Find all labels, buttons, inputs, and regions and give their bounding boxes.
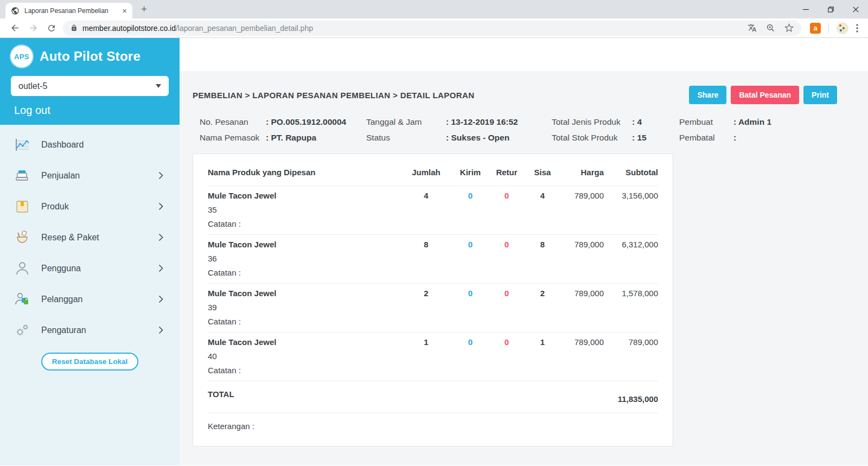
- logout-link[interactable]: Log out: [14, 104, 50, 117]
- outlet-select[interactable]: outlet-5: [11, 76, 169, 96]
- cell-jumlah: 4: [400, 189, 452, 231]
- order-number-value: : PO.005.1912.00004: [266, 117, 366, 127]
- keterangan-row: Keterangan :: [208, 413, 658, 446]
- breadcrumb: PEMBELIAN > LAPORAN PESANAN PEMBELIAN > …: [193, 91, 474, 100]
- cell-harga: 789,000: [560, 238, 604, 280]
- reload-icon[interactable]: [42, 20, 61, 36]
- tab-title: Laporan Pesanan Pembelian: [24, 7, 117, 15]
- extension-a-icon[interactable]: a: [810, 23, 821, 34]
- col-header-retur: Retur: [489, 168, 525, 177]
- total-types-value: : 4: [632, 117, 679, 127]
- table-row: Mule Tacon Jewel 40 Catatan : 1 0 0 1 78…: [208, 332, 658, 381]
- product-variant: 36: [208, 252, 400, 266]
- cell-retur: 0: [489, 189, 525, 231]
- table-header-row: Nama Produk yang Dipesan Jumlah Kirim Re…: [208, 154, 658, 186]
- date-label: Tanggal & Jam: [366, 117, 446, 127]
- page-zoom-icon[interactable]: [766, 23, 775, 33]
- total-types-label: Total Jenis Produk: [552, 117, 632, 127]
- cell-subtotal: 1,578,000: [604, 286, 658, 329]
- cell-sisa: 8: [525, 238, 560, 280]
- sidebar-item-pelanggan[interactable]: Pelanggan: [0, 284, 180, 315]
- canceller-value: :: [733, 133, 855, 143]
- product-icon: [14, 199, 30, 214]
- globe-favicon-icon: [11, 7, 20, 15]
- close-window-icon[interactable]: [843, 0, 868, 18]
- translate-icon[interactable]: [748, 23, 757, 33]
- browser-titlebar: Laporan Pesanan Pembelian × +: [0, 0, 868, 18]
- total-stock-label: Total Stok Produk: [552, 133, 632, 143]
- cell-jumlah: 8: [400, 238, 452, 280]
- product-note-label: Catatan :: [208, 363, 400, 378]
- customers-icon: [14, 292, 30, 307]
- cell-subtotal: 3,156,000: [604, 189, 658, 231]
- table-row: Mule Tacon Jewel 36 Catatan : 8 0 0 8 78…: [208, 234, 658, 283]
- chevron-right-icon: [158, 326, 163, 334]
- minimize-icon[interactable]: [793, 0, 818, 18]
- cell-jumlah: 2: [400, 286, 452, 329]
- sidebar-item-pengguna[interactable]: Pengguna: [0, 253, 180, 284]
- caret-down-icon: [156, 84, 161, 88]
- sidebar-item-penjualan[interactable]: Penjualan: [0, 160, 180, 191]
- cell-retur: 0: [489, 238, 525, 280]
- status-label: Status: [366, 133, 446, 143]
- table-row: Mule Tacon Jewel 39 Catatan : 2 0 0 2 78…: [208, 283, 658, 332]
- table-body: Mule Tacon Jewel 35 Catatan : 4 0 0 4 78…: [208, 186, 658, 381]
- sidebar-item-dashboard[interactable]: Dashboard: [0, 129, 180, 160]
- col-header-kirim: Kirim: [452, 168, 489, 177]
- product-variant: 35: [208, 203, 400, 217]
- cell-subtotal: 789,000: [604, 335, 658, 378]
- share-button[interactable]: Share: [689, 86, 726, 104]
- recipe-icon: [14, 230, 30, 245]
- product-variant: 40: [208, 349, 400, 363]
- new-tab-button[interactable]: +: [141, 3, 147, 15]
- kebab-menu-icon[interactable]: [856, 24, 858, 33]
- cell-harga: 789,000: [560, 335, 604, 378]
- page-header-band: [180, 38, 868, 71]
- product-note-label: Catatan :: [208, 315, 400, 329]
- cell-retur: 0: [489, 335, 525, 378]
- cell-jumlah: 1: [400, 335, 452, 378]
- toolbar-divider: [828, 23, 829, 33]
- address-bar[interactable]: member.autopilotstore.co.id/laporan_pesa…: [63, 21, 801, 36]
- cell-kirim: 0: [452, 286, 489, 329]
- cell-sisa: 2: [525, 286, 560, 329]
- order-number-label: No. Pesanan: [200, 117, 266, 127]
- chevron-right-icon: [158, 233, 163, 241]
- col-header-subtotal: Subtotal: [604, 168, 658, 177]
- forward-icon[interactable]: [24, 20, 42, 36]
- reset-database-button[interactable]: Reset Database Lokal: [41, 353, 139, 371]
- cell-retur: 0: [489, 286, 525, 329]
- chevron-right-icon: [158, 264, 163, 272]
- print-button[interactable]: Print: [803, 86, 837, 104]
- cancel-order-button[interactable]: Batal Pesanan: [731, 86, 799, 104]
- sidebar-item-pengaturan[interactable]: Pengaturan: [0, 315, 180, 346]
- col-header-sisa: Sisa: [525, 168, 560, 177]
- tab-close-icon[interactable]: ×: [122, 7, 127, 15]
- total-stock-value: : 15: [632, 133, 679, 143]
- url-text: member.autopilotstore.co.id/laporan_pesa…: [82, 24, 743, 33]
- aps-logo: APS: [11, 46, 33, 67]
- chevron-right-icon: [158, 171, 163, 180]
- restore-icon[interactable]: [818, 0, 843, 18]
- back-icon[interactable]: [5, 20, 24, 36]
- cell-sisa: 4: [525, 189, 560, 231]
- total-label: TOTAL: [208, 390, 604, 404]
- product-name: Mule Tacon Jewel: [208, 286, 400, 301]
- cell-kirim: 0: [452, 238, 489, 280]
- chevron-right-icon: [158, 295, 163, 303]
- sales-icon: [14, 168, 30, 183]
- product-note-label: Catatan :: [208, 217, 400, 231]
- total-row: TOTAL 11,835,000: [208, 381, 658, 413]
- extension-avatar-icon[interactable]: [837, 22, 848, 34]
- product-variant: 39: [208, 301, 400, 315]
- dashboard-icon: [14, 137, 30, 152]
- canceller-label: Pembatal: [679, 133, 733, 143]
- browser-tab[interactable]: Laporan Pesanan Pembelian ×: [5, 3, 132, 18]
- sidebar-item-resep-paket[interactable]: Resep & Paket: [0, 222, 180, 253]
- product-note-label: Catatan :: [208, 266, 400, 280]
- sidebar-item-produk[interactable]: Produk: [0, 191, 180, 222]
- col-header-name: Nama Produk yang Dipesan: [208, 168, 400, 177]
- bookmark-star-icon[interactable]: [784, 23, 794, 33]
- settings-icon: [14, 323, 30, 338]
- date-value: : 13-12-2019 16:52: [446, 117, 552, 127]
